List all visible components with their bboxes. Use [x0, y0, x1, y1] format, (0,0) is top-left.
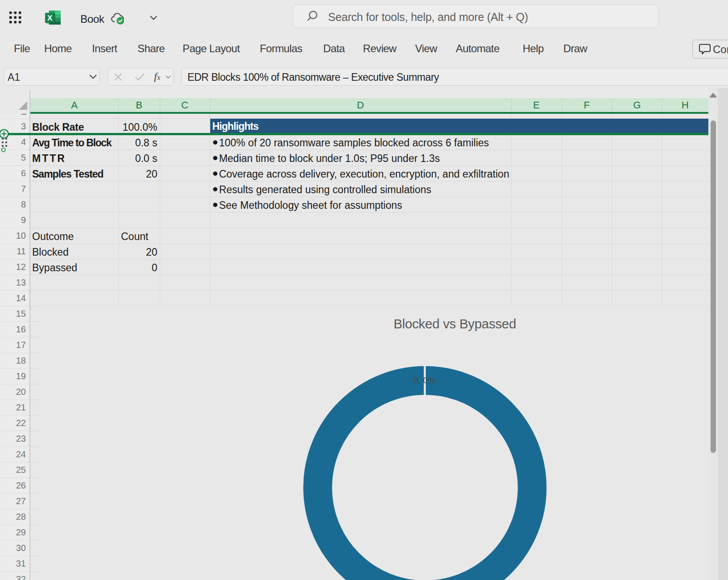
svg-text:X: X	[47, 14, 53, 22]
